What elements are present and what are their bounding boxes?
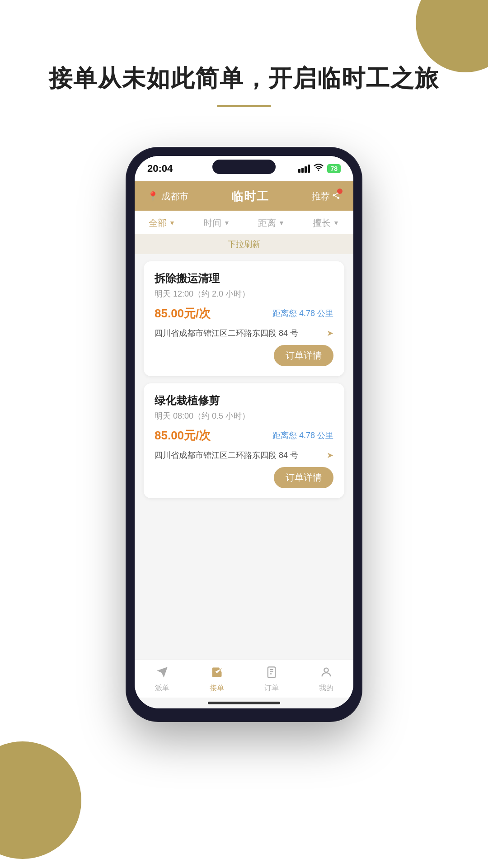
empty-content-area (135, 505, 353, 659)
dispatch-icon (156, 666, 169, 682)
accept-icon (211, 666, 223, 682)
orders-icon (265, 666, 278, 682)
location-area[interactable]: 📍 成都市 (147, 190, 188, 203)
deco-circle-bottom-left (0, 741, 81, 859)
order-price-1: 85.00元/次 (155, 306, 211, 321)
filter-distance[interactable]: 距离 ▼ (258, 217, 285, 229)
filter-bar: 全部 ▼ 时间 ▼ 距离 ▼ 擅长 ▼ (135, 211, 353, 234)
phone-screen: 20:04 78 📍 (135, 156, 353, 708)
wifi-icon (314, 164, 324, 173)
pull-refresh-hint: 下拉刷新 (135, 234, 353, 254)
recommend-label: 推荐 (312, 190, 330, 203)
order-address-row-2: 四川省成都市锦江区二环路东四段 84 号 ➤ (155, 450, 333, 461)
notification-dot (337, 189, 343, 194)
order-card-1: 拆除搬运清理 明天 12:00（约 2.0 小时） 85.00元/次 距离您 4… (144, 261, 344, 376)
nav-accept-label: 接单 (210, 684, 224, 693)
chevron-down-icon-all: ▼ (169, 219, 175, 226)
status-bar: 20:04 78 (135, 156, 353, 181)
headline-area: 接单从未如此简单，开启临时工之旅 (0, 0, 488, 121)
order-price-2: 85.00元/次 (155, 428, 211, 443)
filter-skill[interactable]: 擅长 ▼ (313, 217, 339, 229)
order-address-1: 四川省成都市锦江区二环路东四段 84 号 (155, 328, 298, 339)
order-time-2: 明天 08:00（约 0.5 小时） (155, 410, 333, 421)
signal-bar-3 (305, 166, 307, 173)
home-bar-line (208, 702, 280, 704)
nav-item-profile[interactable]: 我的 (319, 666, 333, 693)
pull-refresh-text: 下拉刷新 (228, 240, 260, 249)
chevron-down-icon-time: ▼ (224, 219, 230, 226)
nav-item-accept[interactable]: 接单 (210, 666, 224, 693)
app-title: 临时工 (231, 189, 269, 204)
filter-time-label: 时间 (203, 217, 221, 229)
signal-bar-1 (298, 169, 300, 173)
order-title-2: 绿化栽植修剪 (155, 393, 333, 408)
navigate-icon-1: ➤ (327, 328, 333, 338)
signal-bar-4 (308, 165, 310, 173)
headline-underline (217, 105, 271, 107)
filter-distance-label: 距离 (258, 217, 276, 229)
home-bar (135, 698, 353, 708)
profile-icon (320, 666, 333, 682)
order-distance-2: 距离您 4.78 公里 (272, 430, 333, 441)
nav-profile-label: 我的 (319, 684, 333, 693)
filter-all-label: 全部 (149, 217, 167, 229)
signal-icon (298, 165, 310, 173)
city-label: 成都市 (161, 190, 188, 203)
order-detail-btn-1[interactable]: 订单详情 (274, 345, 333, 366)
order-address-row-1: 四川省成都市锦江区二环路东四段 84 号 ➤ (155, 328, 333, 339)
chevron-down-icon-skill: ▼ (333, 219, 339, 226)
order-time-1: 明天 12:00（约 2.0 小时） (155, 288, 333, 299)
filter-all[interactable]: 全部 ▼ (149, 217, 175, 229)
orders-list: 拆除搬运清理 明天 12:00（约 2.0 小时） 85.00元/次 距离您 4… (135, 254, 353, 505)
nav-orders-label: 订单 (264, 684, 279, 693)
nav-dispatch-label: 派单 (155, 684, 169, 693)
app-header: 📍 成都市 临时工 推荐 (135, 181, 353, 211)
recommend-button[interactable]: 推荐 (312, 190, 341, 203)
status-time: 20:04 (147, 163, 173, 175)
navigate-icon-2: ➤ (327, 450, 333, 460)
order-detail-btn-2[interactable]: 订单详情 (274, 467, 333, 488)
filter-time[interactable]: 时间 ▼ (203, 217, 230, 229)
phone-mockup: 20:04 78 📍 (127, 148, 361, 721)
order-title-1: 拆除搬运清理 (155, 271, 333, 286)
svg-point-4 (324, 668, 328, 672)
status-icons: 78 (298, 164, 341, 173)
bottom-nav: 派单 接单 订单 我的 (135, 659, 353, 698)
chevron-down-icon-distance: ▼ (278, 219, 285, 226)
nav-item-dispatch[interactable]: 派单 (155, 666, 169, 693)
battery-badge: 78 (327, 164, 341, 173)
order-distance-1: 距离您 4.78 公里 (272, 308, 333, 319)
order-price-row-2: 85.00元/次 距离您 4.78 公里 (155, 428, 333, 443)
signal-bar-2 (301, 168, 304, 173)
order-price-row-1: 85.00元/次 距离您 4.78 公里 (155, 306, 333, 321)
order-address-2: 四川省成都市锦江区二环路东四段 84 号 (155, 450, 298, 461)
nav-item-orders[interactable]: 订单 (264, 666, 279, 693)
phone-wrapper: 20:04 78 📍 (0, 148, 488, 721)
location-pin-icon: 📍 (147, 191, 159, 202)
filter-skill-label: 擅长 (313, 217, 331, 229)
headline-text: 接单从未如此简单，开启临时工之旅 (0, 63, 488, 94)
order-card-2: 绿化栽植修剪 明天 08:00（约 0.5 小时） 85.00元/次 距离您 4… (144, 383, 344, 498)
notch (212, 160, 276, 174)
